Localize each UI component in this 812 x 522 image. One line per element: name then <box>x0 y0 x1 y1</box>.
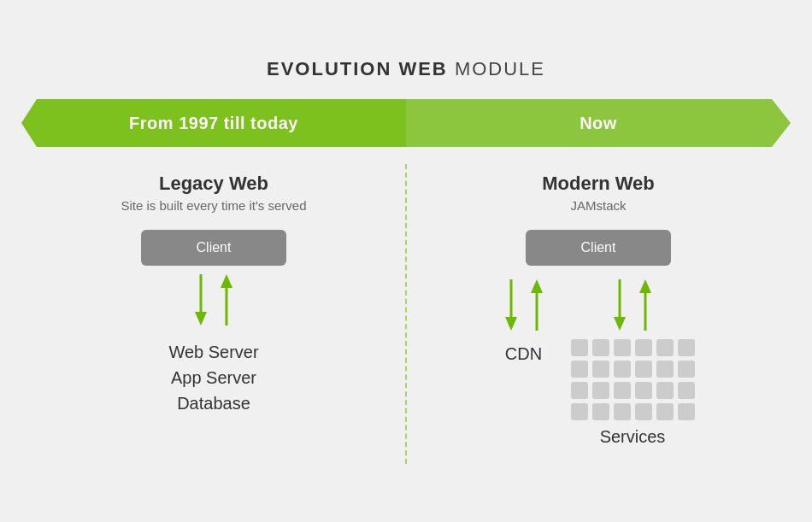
stack-label-2: App Server <box>171 365 256 390</box>
svg-marker-3 <box>221 274 232 288</box>
service-sq <box>656 403 674 420</box>
svg-marker-11 <box>639 279 651 293</box>
service-sq <box>614 403 631 420</box>
stack-label-3: Database <box>177 390 250 416</box>
service-sq <box>571 339 588 356</box>
service-sq <box>635 361 652 378</box>
service-sq <box>592 382 609 399</box>
service-sq <box>614 382 631 399</box>
service-sq <box>614 361 631 378</box>
left-arrows <box>192 274 235 326</box>
left-col-title: Legacy Web <box>159 173 268 195</box>
cdn-section: CDN <box>503 279 545 364</box>
services-arrow-down-icon <box>611 279 628 331</box>
service-sq <box>592 403 609 420</box>
service-sq <box>678 339 695 356</box>
banner-right-label: Now <box>580 114 617 133</box>
banner-left: From 1997 till today <box>21 99 406 147</box>
service-sq <box>635 403 652 420</box>
services-grid <box>571 339 695 420</box>
right-col-title: Modern Web <box>542 173 655 195</box>
service-sq <box>656 361 674 378</box>
service-sq <box>635 382 652 399</box>
service-sq <box>635 339 652 356</box>
service-sq <box>678 361 695 378</box>
service-sq <box>571 403 588 420</box>
content-columns: Legacy Web Site is built every time it's… <box>21 164 791 464</box>
svg-marker-9 <box>614 317 626 331</box>
service-sq <box>678 382 695 399</box>
left-arrow-down-icon <box>192 274 209 326</box>
left-column: Legacy Web Site is built every time it's… <box>21 164 406 464</box>
service-sq <box>656 339 674 356</box>
banner-right: Now <box>406 99 791 147</box>
services-section: Services <box>571 279 695 447</box>
page-title: EVOLUTION WEB MODULE <box>267 58 545 80</box>
timeline-banner: From 1997 till today Now <box>21 99 791 147</box>
service-sq <box>678 403 695 420</box>
svg-marker-5 <box>505 317 517 331</box>
services-arrow-up-icon <box>637 279 654 331</box>
service-sq <box>592 339 609 356</box>
service-sq <box>656 382 674 399</box>
svg-marker-1 <box>195 312 207 326</box>
left-arrow-up-icon <box>218 274 235 326</box>
service-sq <box>571 382 588 399</box>
cdn-arrows <box>503 279 545 331</box>
service-sq <box>571 361 588 378</box>
right-bottom-section: CDN <box>503 279 695 447</box>
cdn-arrow-down-icon <box>503 279 520 331</box>
services-arrows <box>611 279 654 331</box>
left-stack: Web Server App Server Database <box>168 339 258 416</box>
cdn-arrow-up-icon <box>528 279 545 331</box>
main-container: EVOLUTION WEB MODULE From 1997 till toda… <box>21 58 791 464</box>
left-client-box: Client <box>141 230 286 266</box>
right-col-subtitle: JAMstack <box>570 198 626 213</box>
left-col-subtitle: Site is built every time it's served <box>121 198 306 213</box>
right-client-box: Client <box>526 230 671 266</box>
services-label: Services <box>600 427 666 447</box>
service-sq <box>614 339 631 356</box>
right-column: Modern Web JAMstack Client <box>406 164 791 464</box>
svg-marker-7 <box>531 279 543 293</box>
cdn-label: CDN <box>505 344 542 364</box>
service-sq <box>592 361 609 378</box>
banner-left-label: From 1997 till today <box>129 114 298 133</box>
stack-label-1: Web Server <box>168 339 258 365</box>
